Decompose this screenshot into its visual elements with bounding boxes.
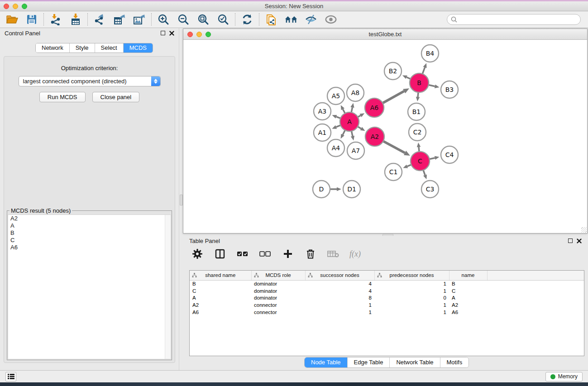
table-cell[interactable]: A2 (190, 301, 251, 309)
column-header[interactable]: MCDS role (251, 271, 305, 280)
table-cell[interactable]: dominator (251, 280, 305, 287)
export-network-icon[interactable] (93, 13, 106, 26)
table-cell[interactable]: 0 (374, 294, 449, 301)
tab-style[interactable]: Style (70, 43, 95, 52)
zoom-out-icon[interactable] (177, 13, 190, 26)
show-console-button[interactable] (5, 372, 16, 381)
table-cell[interactable]: dominator (251, 294, 305, 301)
tab-motifs[interactable]: Motifs (440, 357, 469, 367)
graph-node-label: A6 (370, 104, 379, 111)
table-cell[interactable]: 1 (374, 287, 449, 295)
desktop-edge (0, 382, 588, 386)
open-folder-icon[interactable] (5, 13, 18, 26)
show-panel-icon[interactable] (325, 13, 337, 26)
table-cell[interactable]: 1 (374, 301, 449, 309)
column-header[interactable]: successor nodes (305, 271, 374, 280)
save-icon[interactable] (25, 13, 38, 26)
memory-status-icon (550, 374, 555, 379)
table-cell[interactable]: dominator (251, 287, 305, 295)
table-panel-title: Table Panel (189, 238, 220, 244)
table-cell[interactable]: 8 (305, 294, 374, 301)
table-cell[interactable]: 1 (374, 280, 449, 287)
column-header[interactable]: predecessor nodes (374, 271, 449, 280)
gear-icon[interactable] (191, 248, 204, 260)
delete-column-icon[interactable] (304, 248, 317, 260)
mcds-result-item[interactable]: B (8, 229, 171, 237)
network-graph[interactable]: AA1A2A3A4A5A6A7A8BB1B2B3B4CC1C2C3C4DD1 (183, 40, 587, 233)
table-cell[interactable]: 1 (305, 309, 374, 316)
search-input[interactable] (447, 14, 581, 25)
table-cell[interactable]: 1 (374, 309, 449, 316)
function-builder-icon[interactable]: f(x) (349, 249, 361, 259)
home-icon[interactable] (285, 13, 297, 26)
table-cell[interactable]: A2 (449, 301, 487, 309)
export-image-icon[interactable] (133, 13, 146, 26)
tab-mcds[interactable]: MCDS (124, 43, 153, 52)
table-row[interactable]: Adominator80A (190, 294, 584, 301)
table-cell[interactable]: A6 (190, 309, 251, 316)
select-all-icon[interactable] (236, 248, 249, 260)
export-table-icon[interactable] (113, 13, 126, 26)
table-cell[interactable]: A (190, 294, 251, 301)
float-panel-icon[interactable] (161, 31, 165, 35)
zoom-in-icon[interactable] (157, 13, 170, 26)
resize-grip-icon[interactable] (581, 227, 587, 233)
float-panel-icon[interactable] (568, 238, 573, 243)
tab-node-table[interactable]: Node Table (305, 357, 348, 367)
table-cell[interactable]: connector (251, 309, 305, 316)
network-frame-titlebar[interactable]: testGlobe.txt (183, 29, 587, 40)
tab-edge-table[interactable]: Edge Table (348, 357, 390, 367)
tab-select[interactable]: Select (95, 43, 124, 52)
table-row[interactable]: A2connector11A2 (190, 301, 584, 309)
arrowhead-icon (435, 156, 440, 160)
table-cell[interactable]: B (190, 280, 251, 287)
table-cell[interactable]: connector (251, 301, 305, 309)
import-table-icon[interactable] (69, 13, 82, 26)
graph-node-label: A (347, 118, 352, 125)
import-network-icon[interactable] (49, 13, 62, 26)
mcds-result-item[interactable]: A6 (8, 244, 171, 251)
table-cell[interactable]: C (449, 287, 487, 295)
tab-network-table[interactable]: Network Table (390, 357, 440, 367)
table-cell[interactable]: 4 (305, 287, 374, 295)
table-cell[interactable]: 4 (305, 280, 374, 287)
table-row[interactable]: Cdominator41C (190, 287, 584, 295)
network-view-frame: testGlobe.txt AA1A2A3A4A5A6A7A8BB1B2B3B4… (183, 29, 588, 234)
table-row[interactable]: Bdominator41B (190, 280, 584, 287)
node-table[interactable]: shared nameMCDS rolesuccessor nodesprede… (189, 270, 584, 356)
close-panel-icon[interactable] (169, 31, 174, 36)
table-cell[interactable]: A (449, 294, 487, 301)
mcds-result-item[interactable]: A2 (8, 215, 171, 222)
columns-icon[interactable] (214, 248, 226, 260)
memory-button[interactable]: Memory (545, 372, 583, 381)
delete-table-icon[interactable] (327, 248, 339, 260)
refresh-icon[interactable] (241, 13, 253, 26)
scrollbar[interactable] (165, 215, 171, 359)
deselect-all-icon[interactable] (259, 248, 272, 260)
table-cell[interactable]: A6 (449, 309, 487, 316)
zoom-selected-icon[interactable] (217, 13, 229, 26)
table-cell[interactable]: 1 (305, 301, 374, 309)
column-header[interactable]: name (449, 271, 487, 280)
tab-network[interactable]: Network (36, 43, 70, 52)
zoom-fit-icon[interactable] (197, 13, 210, 26)
network-canvas[interactable]: AA1A2A3A4A5A6A7A8BB1B2B3B4CC1C2C3C4DD1 (183, 40, 587, 233)
hide-panel-icon[interactable] (305, 13, 317, 26)
mcds-result-item[interactable]: A (8, 222, 171, 229)
table-cell[interactable]: C (190, 287, 251, 295)
column-header[interactable]: shared name (190, 271, 251, 280)
duplicate-network-icon[interactable] (265, 13, 277, 26)
close-panel-button[interactable]: Close panel (92, 92, 140, 102)
mcds-result-list: A2ABCA6 (8, 214, 171, 359)
close-panel-icon[interactable] (577, 238, 582, 243)
graph-node-label: A1 (318, 129, 326, 136)
table-cell[interactable]: B (449, 280, 487, 287)
arrowhead-icon (351, 136, 354, 141)
criterion-select[interactable]: largest connected component (directed) (19, 76, 161, 86)
run-mcds-button[interactable]: Run MCDS (39, 92, 86, 102)
search-field (447, 14, 581, 25)
split-divider-grip[interactable] (180, 195, 183, 205)
table-row[interactable]: A6connector11A6 (190, 309, 584, 316)
add-column-icon[interactable] (282, 248, 294, 260)
mcds-result-item[interactable]: C (8, 237, 171, 244)
